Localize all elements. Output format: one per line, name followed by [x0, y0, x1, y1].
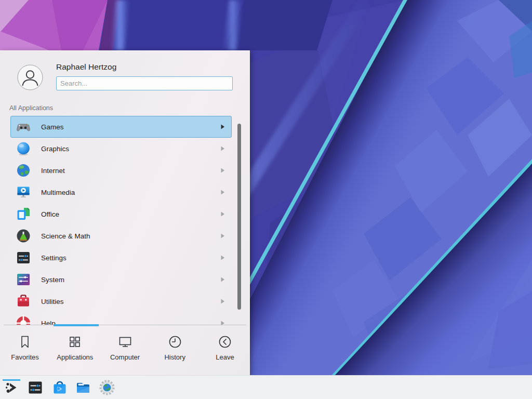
settings-icon [16, 250, 31, 265]
tab-applications[interactable]: Applications [50, 327, 100, 375]
folder-icon [75, 380, 91, 395]
search-field-wrap [56, 76, 233, 90]
leave-tab-icon [217, 334, 233, 350]
application-category-list: Games Graphics Internet Multimedia Offic… [10, 116, 232, 325]
taskbar-file-manager-button[interactable] [75, 380, 91, 395]
tab-label: History [164, 353, 185, 361]
help-icon [16, 315, 31, 325]
app-category-label: System [41, 276, 64, 284]
tab-favorites[interactable]: Favorites [0, 327, 50, 375]
tab-label: Computer [110, 353, 140, 361]
app-category-label: Office [41, 210, 59, 218]
science-icon [16, 228, 31, 244]
kickoff-icon [4, 380, 19, 395]
utilities-icon [16, 294, 31, 309]
user-name: Raphael Hertzog [56, 62, 116, 72]
applications-tab-icon [67, 334, 83, 350]
favorites-tab-icon [17, 334, 33, 350]
app-category-help[interactable]: Help [10, 312, 232, 325]
app-category-graphics[interactable]: Graphics [10, 138, 232, 159]
search-input[interactable] [56, 76, 233, 90]
submenu-arrow-icon [220, 255, 225, 261]
application-launcher-popup: Raphael Hertzog All Applications Games G… [0, 50, 250, 375]
submenu-arrow-icon [220, 146, 225, 152]
submenu-arrow-icon [220, 211, 225, 217]
app-category-utilities[interactable]: Utilities [10, 290, 232, 312]
active-task-indicator [3, 379, 20, 381]
office-icon [16, 206, 31, 222]
graphics-icon [16, 141, 31, 156]
games-icon [16, 119, 31, 135]
app-category-internet[interactable]: Internet [10, 159, 232, 181]
tab-label: Applications [57, 353, 93, 361]
tab-label: Favorites [11, 353, 38, 361]
submenu-arrow-icon [220, 321, 225, 325]
app-category-label: Settings [41, 254, 66, 262]
app-category-science-math[interactable]: Science & Math [10, 225, 232, 247]
app-category-games[interactable]: Games [10, 116, 232, 138]
submenu-arrow-icon [220, 124, 225, 130]
app-category-office[interactable]: Office [10, 203, 232, 225]
app-category-system[interactable]: System [10, 269, 232, 290]
launcher-tabbar: Favorites Applications Computer History … [0, 327, 250, 375]
discover-icon [52, 380, 68, 395]
submenu-arrow-icon [220, 299, 225, 304]
submenu-arrow-icon [220, 168, 225, 174]
internet-icon [16, 163, 31, 178]
submenu-arrow-icon [220, 190, 225, 195]
taskbar-discover-button[interactable] [52, 380, 68, 395]
app-category-label: Science & Math [41, 232, 90, 240]
user-avatar[interactable] [17, 64, 43, 90]
tab-label: Leave [216, 353, 234, 361]
app-category-label: Games [41, 123, 64, 131]
system-settings-icon [28, 380, 43, 395]
section-label: All Applications [9, 104, 53, 112]
app-category-settings[interactable]: Settings [10, 247, 232, 269]
system-icon [16, 272, 31, 287]
desktop: Raphael Hertzog All Applications Games G… [0, 0, 532, 399]
multimedia-icon [16, 184, 31, 200]
app-category-multimedia[interactable]: Multimedia [10, 181, 232, 203]
submenu-arrow-icon [220, 233, 225, 239]
app-category-label: Graphics [41, 145, 69, 153]
tab-computer[interactable]: Computer [100, 327, 150, 375]
globe-gear-icon [99, 380, 115, 395]
tab-history[interactable]: History [150, 327, 200, 375]
app-category-label: Internet [41, 167, 65, 175]
tab-leave[interactable]: Leave [200, 327, 250, 375]
taskbar-application-launcher-button[interactable] [4, 380, 19, 395]
history-tab-icon [167, 334, 183, 350]
app-category-label: Multimedia [41, 189, 75, 196]
separator [4, 325, 246, 325]
taskbar: ES 7:03 PM 4/24/21 [0, 375, 532, 399]
submenu-arrow-icon [220, 277, 225, 283]
app-category-label: Utilities [41, 298, 64, 305]
taskbar-system-settings-button[interactable] [28, 380, 43, 395]
taskbar-web-browser-button[interactable] [99, 380, 115, 395]
scrollbar-thumb[interactable] [237, 124, 241, 310]
active-tab-indicator [54, 324, 99, 326]
computer-tab-icon [117, 334, 133, 350]
